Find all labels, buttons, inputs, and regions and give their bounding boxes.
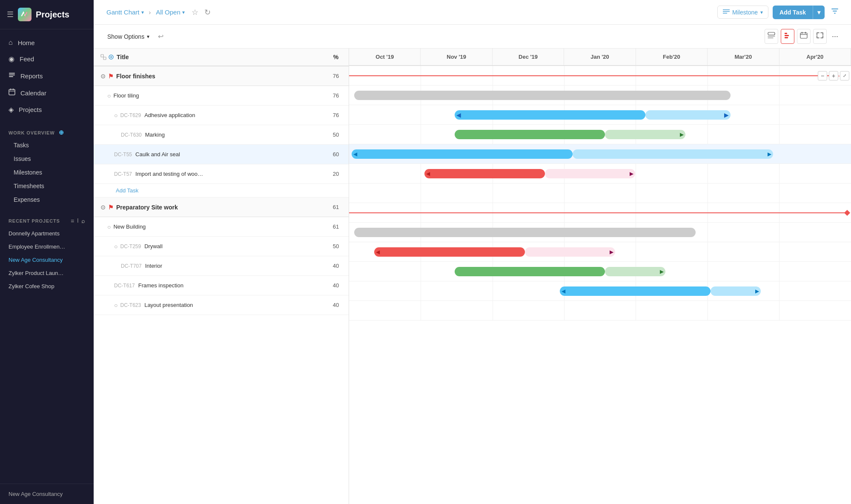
gantt-chart-breadcrumb[interactable]: Gantt Chart ▾ [104,7,146,17]
svg-rect-10 [785,33,787,34]
settings-icon[interactable]: ≡ [71,218,74,224]
add-task-dropdown[interactable]: ▾ [813,6,825,19]
pct-col-label: % [323,49,349,66]
app-title: Projects [36,10,69,20]
chevron-down-icon: ▾ [141,9,144,15]
bar-preparatory[interactable] [349,212,847,213]
sidebar-item-feed-label: Feed [20,55,34,63]
chart-panel: Oct '19 Nov '19 Dec '19 Jan '20 Feb'20 M… [349,49,851,504]
task-row-floor-tiling: ○ Floor tiling 76 [94,86,349,106]
bar-import-main[interactable]: ◀ [424,169,545,178]
arrow-left-adhesive: ◀ [456,112,461,118]
bar-drywall-main[interactable]: ◀ [374,247,525,257]
minus-btn-1[interactable]: − [818,71,827,80]
recent-project-0[interactable]: Donnelly Apartments [0,227,94,240]
sidebar-item-issues[interactable]: Issues [0,152,94,166]
bar-frames-light[interactable]: ▶ [711,286,761,296]
task-row-caulk: DC-T55 Caulk and Air seal 60 [94,145,349,164]
hamburger-icon[interactable]: ☰ [7,10,14,19]
chart-row-frames: ◀ ▶ [349,281,851,301]
sidebar-item-expenses[interactable]: Expenses [0,193,94,206]
bar-marking-main[interactable] [455,130,605,139]
undo-button[interactable]: ↩ [156,31,165,42]
sidebar-item-home[interactable]: ⌂ Home [0,34,94,51]
star-icon[interactable]: ☆ [190,6,200,19]
caulk-pct: 60 [323,148,349,161]
recent-project-4[interactable]: Zylker Cofee Shop [0,280,94,293]
expand-new-building[interactable]: ○ [107,223,111,230]
plus-btn-1[interactable]: + [829,71,838,80]
expand-drywall[interactable]: ○ [114,243,117,250]
milestone-button[interactable]: Milestone ▾ [717,6,768,19]
col-icons[interactable] [100,54,114,60]
filter-icon[interactable] [829,5,841,19]
work-overview-section: WORK OVERVIEW ⊕ Tasks Issues Milestones … [0,123,94,206]
all-open-breadcrumb[interactable]: All Open ▾ [153,7,187,17]
task-title-interior: DC-T707 Interior [94,259,323,272]
adhesive-title: Adhesive application [144,112,195,118]
add-task-main[interactable]: Add Task [773,6,813,19]
bar-marking-light[interactable]: ▶ [605,130,685,139]
task-id-dc630: DC-T630 [121,132,142,138]
month-feb20: Feb'20 [636,49,708,65]
task-title-new-building: ○ New Building [94,220,323,234]
task-id-dc629: DC-T629 [120,112,141,118]
bar-frames-main[interactable]: ◀ [560,286,711,296]
month-dec19: Dec '19 [493,49,564,65]
bar-interior-main[interactable] [455,267,605,276]
bar-adhesive-light[interactable]: ▶ [645,110,731,120]
sidebar-item-milestones[interactable]: Milestones [0,166,94,179]
reports-icon [9,72,15,80]
recent-project-2[interactable]: New Age Consultancy [0,253,94,266]
bar-floor-finishes[interactable] [349,75,838,76]
month-mar20: Mar'20 [708,49,779,65]
feed-icon: ◉ [9,55,14,63]
bar-import-light[interactable]: ▶ [545,169,635,178]
svg-rect-3 [9,89,15,95]
expand-view-button[interactable] [813,29,827,44]
more-options-button[interactable]: ··· [829,29,841,43]
sidebar-footer: New Age Consultancy [0,484,94,504]
sidebar-item-timesheets[interactable]: Timesheets [0,179,94,193]
refresh-icon[interactable]: ↻ [203,6,212,19]
chart-row-interior: ▶ [349,262,851,281]
bar-caulk-light[interactable]: ▶ [573,149,774,159]
add-task-button[interactable]: Add Task ▾ [773,6,825,19]
expand-floor-finishes[interactable]: ⊙ [100,73,106,80]
show-options-button[interactable]: Show Options ▾ [104,32,153,42]
expand-layout[interactable]: ○ [114,302,117,309]
expand-adhesive[interactable]: ○ [114,112,117,119]
expand-floor-tiling[interactable]: ○ [107,92,111,99]
arrow-left-caulk: ◀ [353,151,357,157]
chart-row-import: ◀ ▶ [349,164,851,183]
month-apr20: Apr'20 [779,49,851,65]
svg-rect-2 [9,76,13,77]
task-title-layout: ○ DC-T623 Layout presentation [94,298,323,312]
sidebar-item-tasks[interactable]: Tasks [0,138,94,152]
sidebar-item-projects[interactable]: ◈ Projects [0,101,94,118]
expand-preparatory[interactable]: ⊙ [100,204,106,211]
calendar-view-button[interactable] [797,29,811,44]
bar-interior-light[interactable]: ▶ [605,267,665,276]
bar-floor-tiling[interactable] [354,91,731,100]
sidebar-item-reports[interactable]: Reports [0,67,94,84]
sidebar-item-feed[interactable]: ◉ Feed [0,51,94,67]
group-row-floor-finishes: ⊙ ⚑ Floor finishes 76 [94,66,349,86]
gantt-view-button[interactable] [781,29,794,44]
bar-caulk-main[interactable]: ◀ [352,149,573,159]
recent-project-1[interactable]: Employee Enrollmen… [0,240,94,253]
sidebar-item-projects-label: Projects [19,106,42,113]
preparatory-title: Preparatory Site work [116,204,178,211]
bar-drywall-light[interactable]: ▶ [525,247,615,257]
interior-title: Interior [145,263,162,269]
task-id-dc707: DC-T707 [121,263,142,269]
milestone-chevron-icon: ▾ [760,9,763,15]
list-view-button[interactable] [765,29,778,44]
bar-adhesive-main[interactable]: ◀ [455,110,645,120]
expand-btn-1[interactable]: ⤢ [840,71,849,80]
search-icon[interactable]: ⌕ [81,218,85,224]
bar-new-building[interactable] [354,228,696,237]
add-task-link-1[interactable]: Add Task [94,184,349,198]
recent-project-3[interactable]: Zylker Product Laun… [0,266,94,280]
sidebar-item-calendar[interactable]: Calendar [0,84,94,101]
